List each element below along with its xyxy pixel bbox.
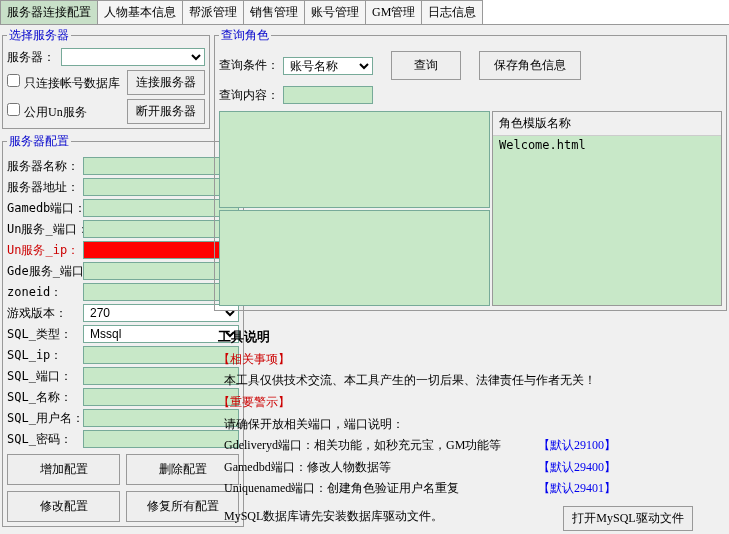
desc-related: 【相关事项】	[218, 349, 723, 371]
tab-gm[interactable]: GM管理	[365, 0, 422, 24]
chk-db-only-label[interactable]: 只连接帐号数据库	[7, 74, 120, 92]
chk-public-un-label[interactable]: 公用Un服务	[7, 103, 87, 121]
lbl-sqlname: SQL_名称：	[7, 389, 83, 406]
desc-gamedbdport: 【默认29400】	[538, 457, 616, 479]
result-pane-top[interactable]	[219, 111, 490, 208]
desc-mysql: MySQL数据库请先安装数据库驱动文件。	[218, 506, 443, 531]
tab-char-info[interactable]: 人物基本信息	[97, 0, 183, 24]
add-config-button[interactable]: 增加配置	[7, 454, 120, 485]
cond-select[interactable]: 账号名称	[283, 57, 373, 75]
template-table: 角色模版名称 Welcome.html	[492, 111, 722, 306]
desc-line2: 请确保开放相关端口，端口说明：	[218, 414, 723, 436]
content-label: 查询内容：	[219, 87, 279, 104]
open-mysql-button[interactable]: 打开MySQL驱动文件	[563, 506, 692, 531]
connect-button[interactable]: 连接服务器	[127, 70, 205, 95]
server-select[interactable]	[61, 48, 205, 66]
chk-db-only[interactable]	[7, 74, 20, 87]
lbl-sqluser: SQL_用户名：	[7, 410, 83, 427]
mod-config-button[interactable]: 修改配置	[7, 491, 120, 522]
server-config-legend: 服务器配置	[7, 133, 71, 150]
desc-gdport: 【默认29100】	[538, 435, 616, 457]
tab-bar: 服务器连接配置 人物基本信息 帮派管理 销售管理 账号管理 GM管理 日志信息	[0, 0, 729, 25]
desc-unport: 【默认29401】	[538, 478, 616, 500]
lbl-gamever: 游戏版本：	[7, 305, 83, 322]
server-label: 服务器：	[7, 49, 57, 66]
query-legend: 查询角色	[219, 27, 271, 44]
desc-un: Uniquenamed端口：创建角色验证用户名重复	[218, 478, 538, 500]
lbl-sqlip: SQL_ip：	[7, 347, 83, 364]
server-select-legend: 选择服务器	[7, 27, 71, 44]
lbl-sqlpwd: SQL_密码：	[7, 431, 83, 448]
lbl-sqltype: SQL_类型：	[7, 326, 83, 343]
desc-gd: Gdeliveryd端口：相关功能，如秒充元宝，GM功能等	[218, 435, 538, 457]
tool-desc: 工具说明 【相关事项】 本工具仅供技术交流、本工具产生的一切后果、法律责任与作者…	[214, 321, 727, 534]
tab-server-config[interactable]: 服务器连接配置	[0, 0, 98, 24]
lbl-gamedb: Gamedb端口：	[7, 200, 83, 217]
desc-warn: 【重要警示】	[218, 392, 723, 414]
lbl-unport: Un服务_端口：	[7, 221, 83, 238]
chk-public-un[interactable]	[7, 103, 20, 116]
save-role-button[interactable]: 保存角色信息	[479, 51, 581, 80]
lbl-name: 服务器名称：	[7, 158, 83, 175]
tab-guild[interactable]: 帮派管理	[182, 0, 244, 24]
lbl-unip: Un服务_ip：	[7, 242, 83, 259]
tab-log[interactable]: 日志信息	[421, 0, 483, 24]
content-input[interactable]	[283, 86, 373, 104]
desc-gamedbd: Gamedbd端口：修改人物数据等	[218, 457, 538, 479]
lbl-addr: 服务器地址：	[7, 179, 83, 196]
template-header[interactable]: 角色模版名称	[493, 112, 721, 136]
lbl-zoneid: zoneid：	[7, 284, 83, 301]
disconnect-button[interactable]: 断开服务器	[127, 99, 205, 124]
server-config-group: 服务器配置 服务器名称： 服务器地址： Gamedb端口： Un服务_端口： U…	[2, 133, 244, 527]
tab-account[interactable]: 账号管理	[304, 0, 366, 24]
query-button[interactable]: 查询	[391, 51, 461, 80]
desc-title: 工具说明	[218, 325, 723, 348]
tab-sales[interactable]: 销售管理	[243, 0, 305, 24]
result-pane-bottom[interactable]	[219, 210, 490, 307]
template-body[interactable]: Welcome.html	[493, 136, 721, 305]
server-select-group: 选择服务器 服务器： 只连接帐号数据库 连接服务器 公用Un服务 断开服务器	[2, 27, 210, 129]
query-group: 查询角色 查询条件： 账号名称 查询 保存角色信息 查询内容： 角色模版名称	[214, 27, 727, 311]
table-row[interactable]: Welcome.html	[493, 136, 721, 154]
cond-label: 查询条件：	[219, 57, 279, 74]
lbl-gde: Gde服务_端口：	[7, 263, 83, 280]
lbl-sqlport: SQL_端口：	[7, 368, 83, 385]
desc-line1: 本工具仅供技术交流、本工具产生的一切后果、法律责任与作者无关！	[218, 370, 723, 392]
